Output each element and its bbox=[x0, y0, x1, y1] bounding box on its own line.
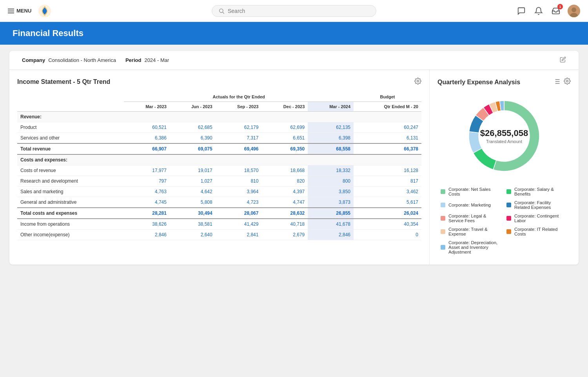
table-cell: 38,626 bbox=[124, 219, 170, 230]
legend-label: Corporate: Contingent Labor bbox=[514, 214, 568, 223]
table-cell: 16,128 bbox=[354, 165, 421, 176]
filter-bar: Company Consolidation - North America Pe… bbox=[9, 51, 579, 70]
table-cell: 3,873 bbox=[308, 197, 354, 208]
workday-logo[interactable] bbox=[38, 4, 52, 18]
table-cell: 62,699 bbox=[261, 122, 308, 133]
main-content: Income Statement - 5 Qtr Trend Actuals f… bbox=[9, 70, 579, 265]
table-cell: 6,131 bbox=[354, 133, 421, 144]
inbox-icon[interactable]: 1 bbox=[550, 5, 561, 16]
table-cell: 3,850 bbox=[308, 187, 354, 197]
table-row-label: General and administrative bbox=[17, 197, 124, 208]
chart-legend: Corporate: Net Sales CostsCorporate: Sal… bbox=[437, 187, 571, 257]
table-cell: 60,247 bbox=[354, 122, 421, 133]
income-statement-settings-icon[interactable] bbox=[414, 78, 421, 86]
chart-options-icon[interactable] bbox=[553, 78, 561, 87]
svg-point-13 bbox=[566, 80, 568, 82]
menu-button[interactable]: MENU bbox=[8, 8, 31, 14]
table-cell: 69,075 bbox=[170, 143, 216, 154]
legend-label: Corporate: Marketing bbox=[448, 203, 491, 207]
donut-chart-container: $26,855,058 Translated Amount bbox=[437, 93, 571, 179]
company-label: Company bbox=[22, 57, 45, 63]
table-cell: 4,642 bbox=[170, 187, 216, 197]
quarterly-expense-header: Quarterly Expense Analysis bbox=[437, 78, 571, 87]
table-cell: 3,964 bbox=[216, 187, 262, 197]
table-cell: 5,617 bbox=[354, 197, 421, 208]
table-row-label: Sales and marketing bbox=[17, 187, 124, 197]
quarterly-expense-title: Quarterly Expense Analysis bbox=[437, 79, 520, 86]
table-cell: 40,354 bbox=[354, 219, 421, 230]
table-cell: 60,521 bbox=[124, 122, 170, 133]
table-row-label: Product bbox=[17, 122, 124, 133]
table-cell: 40,718 bbox=[261, 219, 308, 230]
table-cell: 6,390 bbox=[170, 133, 216, 144]
nav-icons: 1 bbox=[516, 5, 580, 17]
donut-center: $26,855,058 Translated Amount bbox=[480, 128, 528, 144]
col-jun2023: Jun - 2023 bbox=[170, 102, 216, 112]
notification-icon[interactable] bbox=[533, 5, 544, 16]
legend-item: Corporate: Travel & Expense bbox=[441, 227, 502, 236]
table-cell: 41,429 bbox=[216, 219, 262, 230]
table-cell: 18,332 bbox=[308, 165, 354, 176]
svg-point-1 bbox=[220, 9, 223, 12]
table-cell: 30,494 bbox=[170, 208, 216, 219]
table-cell: 62,135 bbox=[308, 122, 354, 133]
table-cell: 4,397 bbox=[261, 187, 308, 197]
table-cell: 62,179 bbox=[216, 122, 262, 133]
table-cell: 26,855 bbox=[308, 208, 354, 219]
chat-icon[interactable] bbox=[516, 5, 527, 16]
inbox-badge: 1 bbox=[557, 4, 563, 9]
table-cell: 817 bbox=[354, 176, 421, 187]
table-row-label: Costs of revenue bbox=[17, 165, 124, 176]
legend-label: Corporate: Legal & Service Fees bbox=[448, 214, 502, 223]
legend-label: Corporate: Salary & Benefits bbox=[514, 187, 568, 196]
svg-point-6 bbox=[417, 80, 419, 82]
table-cell: 4,747 bbox=[261, 197, 308, 208]
table-cell: 18,668 bbox=[261, 165, 308, 176]
donut-amount: $26,855,058 bbox=[480, 128, 528, 138]
edit-icon[interactable] bbox=[560, 56, 566, 64]
table-cell: 6,651 bbox=[261, 133, 308, 144]
table-row-label: Services and other bbox=[17, 133, 124, 144]
legend-label: Corporate: Travel & Expense bbox=[448, 227, 502, 236]
legend-item: Corporate: Depreciation, Asset and Inven… bbox=[441, 240, 502, 254]
col-dec2023: Dec - 2023 bbox=[261, 102, 308, 112]
table-cell: 3,462 bbox=[354, 187, 421, 197]
legend-item: Corporate: Salary & Benefits bbox=[506, 187, 568, 196]
table-cell: 820 bbox=[261, 176, 308, 187]
table-row-label: Income from operations bbox=[17, 219, 124, 230]
table-cell: 5,808 bbox=[170, 197, 216, 208]
user-avatar[interactable] bbox=[568, 5, 580, 17]
section-header-label: Costs and expenses: bbox=[17, 154, 421, 165]
table-cell: 2,846 bbox=[308, 230, 354, 240]
svg-line-2 bbox=[223, 12, 224, 14]
table-cell: 4,723 bbox=[216, 197, 262, 208]
table-cell: 2,846 bbox=[124, 230, 170, 240]
table-cell: 69,350 bbox=[261, 143, 308, 154]
table-cell: 28,281 bbox=[124, 208, 170, 219]
table-cell: 810 bbox=[216, 176, 262, 187]
svg-point-4 bbox=[572, 7, 576, 12]
budget-header: Budget bbox=[354, 92, 421, 102]
table-cell: 797 bbox=[124, 176, 170, 187]
table-cell: 4,763 bbox=[124, 187, 170, 197]
hamburger-icon bbox=[8, 9, 14, 13]
chart-settings-icon[interactable] bbox=[564, 78, 571, 87]
table-cell: 1,027 bbox=[170, 176, 216, 187]
legend-item: Corporate: Net Sales Costs bbox=[441, 187, 502, 196]
table-cell: 28,067 bbox=[216, 208, 262, 219]
search-bar[interactable] bbox=[212, 5, 376, 17]
income-table: Actuals for the Qtr Ended Budget Mar - 2… bbox=[17, 92, 421, 240]
total-row-label: Total costs and expenses bbox=[17, 208, 124, 219]
search-input[interactable] bbox=[228, 8, 370, 14]
table-cell: 7,317 bbox=[216, 133, 262, 144]
table-cell: 68,558 bbox=[308, 143, 354, 154]
table-cell: 6,386 bbox=[124, 133, 170, 144]
menu-label: MENU bbox=[16, 8, 31, 14]
table-cell: 66,378 bbox=[354, 143, 421, 154]
table-cell: 2,841 bbox=[216, 230, 262, 240]
legend-item: Corporate: Facility Related Expenses bbox=[506, 200, 568, 210]
table-cell: 19,017 bbox=[170, 165, 216, 176]
table-cell: 69,496 bbox=[216, 143, 262, 154]
total-row-label: Total revenue bbox=[17, 143, 124, 154]
legend-item: Corporate: IT Related Costs bbox=[506, 227, 568, 236]
